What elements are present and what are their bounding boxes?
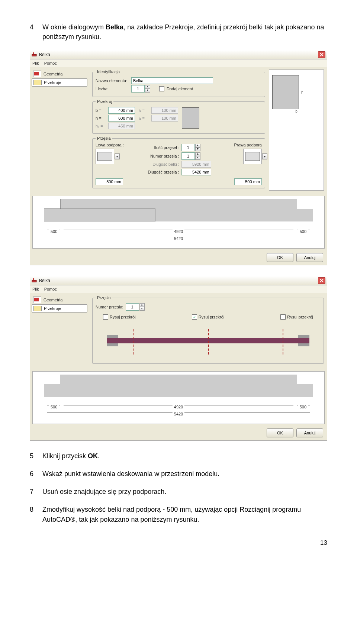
input-b[interactable] (108, 107, 135, 114)
ok-button[interactable]: OK (267, 428, 293, 437)
label-h: h = (96, 116, 106, 120)
menu-pomoc[interactable]: Pomoc (44, 287, 57, 291)
titlebar: Belka (30, 276, 327, 285)
sidebar: Geometria Przekroje (30, 293, 89, 369)
ok-button[interactable]: OK (267, 253, 293, 262)
input-h[interactable] (108, 115, 135, 122)
dialog-belka-2: Belka Plik Pomoc Geometria Przekroje Prz… (30, 276, 327, 441)
spin-down-icon[interactable]: ▼ (139, 307, 145, 311)
cross-section-preview (272, 75, 299, 109)
spin-up-icon[interactable]: ▲ (195, 144, 200, 148)
svg-rect-5 (33, 278, 34, 280)
checkbox-draw-section-2[interactable] (192, 314, 197, 320)
dim-4920: 4920 (173, 229, 184, 234)
spin-down-icon[interactable]: ▼ (195, 148, 200, 151)
menubar: Plik Pomoc (30, 285, 327, 293)
spin-down-icon[interactable]: ▼ (195, 156, 200, 160)
input-l1 (151, 107, 178, 114)
dropdown-arrow-icon[interactable]: ▾ (262, 153, 267, 159)
page-number: 13 (30, 539, 327, 547)
input-h1 (108, 123, 135, 129)
checkbox-label: Rysuj przekrój (199, 315, 225, 319)
checkbox-draw-section-1[interactable] (103, 314, 108, 320)
dim-500-left: 500 (49, 229, 59, 234)
spinner-count[interactable]: ▲▼ (131, 85, 150, 93)
step-text: Usuń osie znajdujące się przy podporach. (42, 487, 166, 496)
step-number: 4 (30, 22, 42, 42)
dim-500-right: 500 (298, 229, 308, 234)
spinner-input[interactable] (131, 85, 145, 93)
right-support-icon[interactable]: ▾ (243, 149, 262, 164)
label-span-length: Długość przęsła : (146, 170, 179, 174)
spinner-input[interactable] (126, 303, 139, 311)
step-text: Wskaż punkt wstawienia deskowania w prze… (42, 469, 219, 479)
label-l2: l₂ = (139, 116, 149, 121)
spin-up-icon[interactable]: ▲ (145, 85, 150, 89)
label-count: Liczba: (96, 87, 129, 91)
geometry-icon (33, 297, 41, 303)
dim-500-left: 500 (49, 405, 59, 409)
group-legend: Identyfikacja (96, 69, 121, 74)
sidebar-item-geometria[interactable]: Geometria (32, 295, 87, 304)
dim-h: h (301, 90, 303, 94)
beam-elevation-drawing: 500 4920 500 5420 (32, 371, 325, 424)
sidebar-item-przekroje[interactable]: Przekroje (32, 78, 87, 87)
sidebar: Geometria Przekroje (30, 67, 89, 194)
svg-rect-1 (33, 52, 34, 54)
spinner-input[interactable] (181, 152, 195, 160)
titlebar: Belka (30, 50, 327, 59)
spin-down-icon[interactable]: ▼ (145, 89, 150, 93)
label-b: b = (96, 108, 106, 113)
spinner-span-count[interactable]: ▲▼ (181, 144, 200, 151)
spinner-span-number[interactable]: ▲▼ (126, 303, 145, 311)
sidebar-label: Geometria (44, 72, 62, 76)
label-h1: h₁ = (96, 124, 106, 129)
close-button[interactable] (318, 51, 325, 58)
dim-5420: 5420 (173, 236, 184, 241)
label-add-element: Dodaj element (167, 87, 193, 91)
step-text: Zmodyfikuj wysokość belki nad podporą - … (42, 505, 327, 524)
step-number: 5 (30, 451, 42, 461)
group-spans: Przęsła Lewa podpora : ▾ (92, 136, 265, 188)
input-left-support[interactable] (96, 178, 123, 185)
sidebar-label: Przekroje (44, 80, 61, 85)
step-number: 7 (30, 487, 42, 496)
group-identification: Identyfikacja Nazwa elementu: Liczba: ▲▼ (92, 69, 265, 97)
checkbox-draw-section-3[interactable] (280, 314, 286, 320)
beam-sections-preview (107, 327, 309, 357)
spinner-span-number[interactable]: ▲▼ (181, 152, 200, 160)
menu-plik[interactable]: Plik (32, 287, 39, 291)
menu-plik[interactable]: Plik (32, 61, 39, 65)
cancel-button[interactable]: Anuluj (296, 253, 323, 262)
spin-up-icon[interactable]: ▲ (139, 303, 145, 307)
step-text: Kliknij przycisk OK. (42, 451, 100, 461)
input-name[interactable] (131, 77, 213, 84)
checkbox-add-element[interactable] (159, 86, 164, 91)
sidebar-item-geometria[interactable]: Geometria (32, 69, 87, 78)
left-support-icon[interactable]: ▾ (96, 149, 114, 164)
sidebar-label: Geometria (44, 298, 62, 302)
label-l1: l₁ = (139, 108, 149, 113)
menu-pomoc[interactable]: Pomoc (44, 61, 57, 65)
input-beam-length (181, 161, 211, 168)
input-right-support[interactable] (234, 178, 262, 185)
spinner-input[interactable] (181, 144, 195, 151)
label-span-count: Ilość przęseł : (146, 145, 179, 150)
group-legend: Przekrój (96, 99, 113, 104)
section-icon (33, 80, 42, 85)
checkbox-label: Rysuj przekrój (110, 315, 136, 319)
window-title: Belka (39, 278, 50, 283)
cancel-button[interactable]: Anuluj (296, 428, 323, 437)
close-button[interactable] (318, 277, 325, 284)
dropdown-arrow-icon[interactable]: ▾ (115, 153, 120, 159)
dim-500-right: 500 (298, 405, 308, 409)
sidebar-item-przekroje[interactable]: Przekroje (32, 304, 87, 313)
menubar: Plik Pomoc (30, 59, 327, 67)
step-text: W oknie dialogowym Belka, na zakładce Pr… (42, 22, 327, 42)
app-icon (32, 278, 37, 283)
spin-up-icon[interactable]: ▲ (195, 152, 200, 156)
input-span-length[interactable] (181, 169, 211, 175)
step-number: 8 (30, 505, 42, 524)
beam-elevation-drawing: 500 4920 500 5420 (32, 196, 325, 249)
cross-section-panel: h b (269, 69, 324, 191)
